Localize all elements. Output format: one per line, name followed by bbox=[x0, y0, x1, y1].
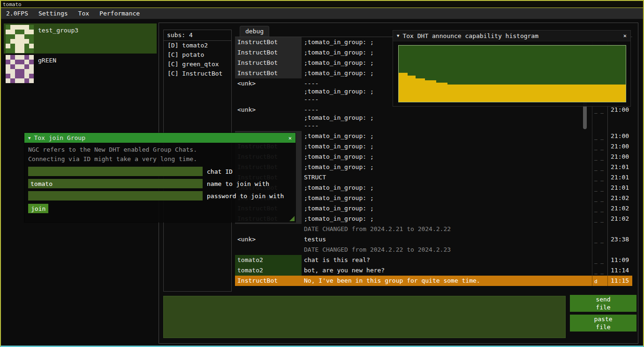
contact-list: test_group3gREEN bbox=[4, 23, 157, 84]
message-text: ;tomato_in_group: ; bbox=[302, 131, 592, 141]
resize-grip[interactable] bbox=[289, 216, 295, 221]
collapse-arrow-icon[interactable]: ▼ bbox=[397, 33, 399, 38]
message-text: testus bbox=[302, 234, 592, 245]
message-text: chat is this real? bbox=[302, 255, 592, 265]
delivery-flags: _ _ bbox=[592, 105, 607, 131]
send-file-button[interactable]: send file bbox=[570, 295, 636, 312]
sender-name: <unk> bbox=[235, 234, 302, 245]
chat-date-row[interactable]: DATE CHANGED from 2024.2.21 to 2024.2.22 bbox=[235, 224, 632, 234]
timestamp: 21:02 bbox=[607, 214, 632, 224]
join-name-input[interactable] bbox=[28, 179, 203, 188]
sender-name bbox=[235, 224, 302, 234]
chat-id-field: chat ID bbox=[28, 167, 292, 176]
tab-debug[interactable]: debug bbox=[240, 26, 269, 37]
delivery-flags: _ _ bbox=[592, 183, 607, 193]
sender-name: <unk> bbox=[235, 105, 302, 131]
member-item[interactable]: [C] InstructBot bbox=[164, 69, 231, 78]
message-text: ---- ;tomato_in_group: ; ---- bbox=[302, 105, 592, 131]
message-input[interactable] bbox=[163, 296, 566, 338]
message-text: ;tomato_in_group: ; bbox=[302, 193, 592, 203]
join-group-window: ▼ Tox join Group ✕ NGC refers to the New… bbox=[24, 133, 295, 222]
chat-message-row[interactable]: tomato2chat is this real?_ _11:09 bbox=[235, 255, 632, 265]
histogram-bar bbox=[436, 83, 447, 102]
message-text: DATE CHANGED from 2024.2.21 to 2024.2.22 bbox=[302, 224, 592, 234]
contact-row-green[interactable]: gREEN bbox=[4, 54, 157, 84]
chat-date-row[interactable]: DATE CHANGED from 2024.2.22 to 2024.2.23 bbox=[235, 245, 632, 255]
chat-id-input[interactable] bbox=[28, 167, 203, 176]
sender-name: InstructBot bbox=[235, 276, 302, 286]
delivery-flags: _ _ bbox=[592, 172, 607, 183]
contact-avatar bbox=[6, 25, 34, 53]
close-icon[interactable]: ✕ bbox=[285, 135, 292, 141]
sender-name: tomato2 bbox=[235, 255, 302, 265]
chat-message-row[interactable]: InstructBotNo, I've been in this group f… bbox=[235, 276, 632, 286]
paste-file-button[interactable]: paste file bbox=[570, 315, 636, 332]
histogram-plot bbox=[398, 45, 626, 102]
histogram-bar bbox=[425, 80, 436, 102]
delivery-flags bbox=[592, 245, 607, 255]
join-password-field: password to join with bbox=[28, 191, 292, 200]
fps-indicator: 2.0FPS bbox=[1, 8, 33, 19]
message-text: ;tomato_in_group: ; bbox=[302, 152, 592, 162]
menu-item-performance[interactable]: Performance bbox=[94, 8, 145, 19]
join-button[interactable]: join bbox=[28, 204, 48, 213]
join-window-titlebar[interactable]: ▼ Tox join Group ✕ bbox=[24, 133, 295, 143]
delivery-flags: _ _ bbox=[592, 162, 607, 172]
timestamp: 21:00 bbox=[607, 152, 632, 162]
contact-avatar bbox=[6, 55, 34, 83]
window-title: tomato bbox=[3, 1, 22, 8]
histogram-bar bbox=[416, 78, 424, 102]
close-icon[interactable]: ✕ bbox=[620, 32, 627, 39]
timestamp: 23:38 bbox=[607, 234, 632, 245]
histogram-window-titlebar[interactable]: ▼ Tox DHT announce capability histogram … bbox=[393, 31, 630, 41]
timestamp: 11:14 bbox=[607, 265, 632, 276]
menu-items: SettingsToxPerformance bbox=[33, 8, 145, 19]
sender-name: InstructBot bbox=[235, 47, 302, 58]
delivery-flags: _ _ bbox=[592, 141, 607, 152]
delivery-flags: _ _ bbox=[592, 203, 607, 214]
timestamp: 21:01 bbox=[607, 172, 632, 183]
chat-id-label: chat ID bbox=[207, 168, 233, 175]
delivery-flags: _ _ bbox=[592, 234, 607, 245]
menu-item-tox[interactable]: Tox bbox=[73, 8, 94, 19]
histogram-bar bbox=[399, 73, 408, 102]
join-window-body: NGC refers to the New DHT enabled Group … bbox=[24, 143, 295, 222]
timestamp bbox=[607, 224, 632, 234]
message-text: ;tomato_in_group: ; bbox=[302, 162, 592, 172]
collapse-arrow-icon[interactable]: ▼ bbox=[28, 136, 30, 140]
message-text: DATE CHANGED from 2024.2.22 to 2024.2.23 bbox=[302, 245, 592, 255]
histogram-window-title: Tox DHT announce capability histogram bbox=[402, 32, 538, 39]
sender-name: InstructBot bbox=[235, 37, 302, 47]
join-password-input[interactable] bbox=[28, 191, 203, 200]
join-name-field: name to join with bbox=[28, 179, 292, 188]
sender-name bbox=[235, 245, 302, 255]
timestamp: 11:15 bbox=[607, 276, 632, 286]
subs-count: subs: 4 bbox=[164, 30, 231, 41]
chat-message-row[interactable]: <unk>---- ;tomato_in_group: ; ----_ _21:… bbox=[235, 105, 632, 131]
member-item[interactable]: [D] tomato2 bbox=[164, 41, 231, 50]
chat-message-row[interactable]: <unk>testus_ _23:38 bbox=[235, 234, 632, 245]
member-item[interactable]: [C] green_qtox bbox=[164, 60, 231, 69]
menu-bar: 2.0FPS SettingsToxPerformance bbox=[1, 8, 643, 19]
delivery-flags: d bbox=[592, 276, 607, 286]
sender-name: InstructBot bbox=[235, 58, 302, 68]
timestamp: 21:01 bbox=[607, 183, 632, 193]
sender-name: tomato2 bbox=[235, 265, 302, 276]
message-text: ;tomato_in_group: ; bbox=[302, 141, 592, 152]
histogram-window: ▼ Tox DHT announce capability histogram … bbox=[393, 30, 631, 107]
contact-name: test_group3 bbox=[38, 27, 78, 34]
message-text: ;tomato_in_group: ; bbox=[302, 203, 592, 214]
timestamp: 21:00 bbox=[607, 105, 632, 131]
delivery-flags: _ _ bbox=[592, 193, 607, 203]
contact-row-test_group3[interactable]: test_group3 bbox=[4, 23, 157, 54]
join-name-label: name to join with bbox=[207, 180, 269, 187]
sender-name: <unk> bbox=[235, 78, 302, 105]
chat-message-row[interactable]: tomato2bot, are you new here?_ _11:14 bbox=[235, 265, 632, 276]
contact-name: gREEN bbox=[38, 57, 56, 64]
window-titlebar[interactable]: tomato bbox=[1, 1, 643, 8]
menu-item-settings[interactable]: Settings bbox=[33, 8, 73, 19]
timestamp bbox=[607, 245, 632, 255]
delivery-flags: _ _ bbox=[592, 131, 607, 141]
member-item[interactable]: [C] potato bbox=[164, 50, 231, 60]
timestamp: 21:00 bbox=[607, 141, 632, 152]
